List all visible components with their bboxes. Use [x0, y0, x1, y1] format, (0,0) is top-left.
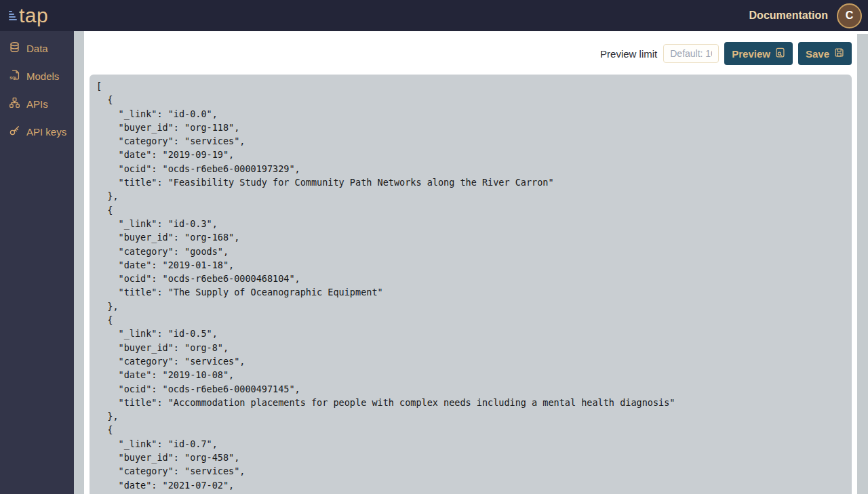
sidebar-item-label: Data: [26, 43, 48, 54]
save-button[interactable]: Save: [798, 42, 852, 65]
sidebar-item-models[interactable]: SQL Models: [0, 68, 74, 84]
preview-button[interactable]: Preview: [724, 42, 793, 65]
header-right: Documentation C: [749, 3, 862, 28]
main-content: Preview limit Preview Save: [84, 31, 857, 494]
app-logo[interactable]: tap: [9, 6, 48, 26]
toolbar: Preview limit Preview Save: [90, 42, 852, 65]
save-floppy-icon: [834, 47, 844, 60]
json-preview[interactable]: [ { "_link": "id-0.0", "buyer_id": "org-…: [90, 75, 852, 494]
sql-file-icon: SQL: [9, 69, 20, 83]
sidebar-scrollbar[interactable]: [74, 31, 84, 494]
preview-button-label: Preview: [732, 48, 770, 60]
preview-file-icon: [775, 47, 785, 60]
app-body: Data SQL Models APIs: [0, 31, 868, 494]
logo-text: tap: [19, 6, 48, 26]
key-icon: [9, 125, 20, 138]
sidebar-item-label: APIs: [26, 98, 48, 110]
sidebar-item-apis[interactable]: APIs: [0, 96, 74, 112]
main-scrollbar[interactable]: [857, 31, 868, 494]
main-scrollbar-thumb[interactable]: [857, 34, 868, 494]
avatar[interactable]: C: [837, 3, 862, 28]
sidebar-item-api-keys[interactable]: API keys: [0, 123, 74, 140]
sidebar-item-label: API keys: [26, 126, 66, 138]
database-icon: [9, 41, 20, 55]
logo-stack-icon: [9, 11, 17, 20]
app-header: tap Documentation C: [0, 0, 868, 31]
sidebar: Data SQL Models APIs: [0, 31, 74, 494]
avatar-initial: C: [846, 9, 854, 22]
preview-limit-label: Preview limit: [600, 48, 657, 60]
documentation-link[interactable]: Documentation: [749, 9, 828, 22]
save-button-label: Save: [806, 48, 829, 60]
sitemap-icon: [9, 97, 20, 110]
sidebar-item-data[interactable]: Data: [0, 40, 74, 56]
preview-limit-input[interactable]: [663, 44, 719, 63]
svg-text:SQL: SQL: [9, 76, 18, 80]
sidebar-item-label: Models: [26, 70, 59, 82]
